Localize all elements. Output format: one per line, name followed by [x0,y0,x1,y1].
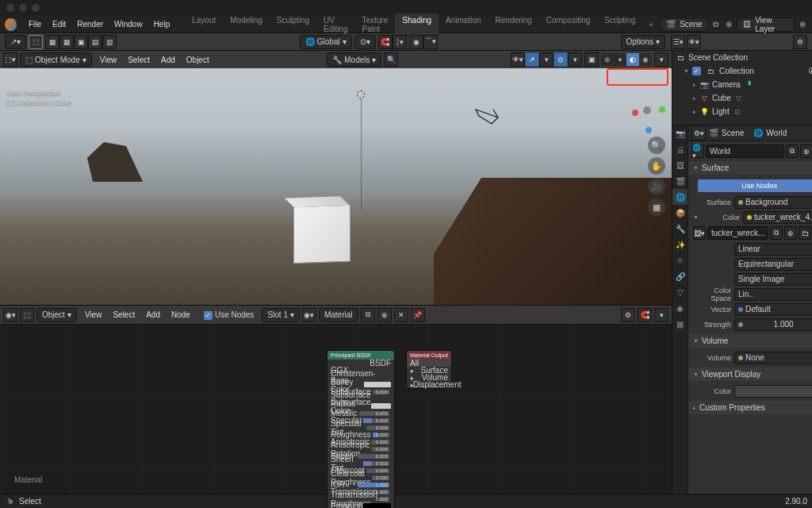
outliner-search-input[interactable] [703,35,766,49]
snap-5-icon[interactable]: ▥ [102,35,117,49]
workspace-tab-shading[interactable]: Shading [395,13,439,36]
persp-ortho-icon[interactable]: ▦ [648,198,665,216]
node-socket[interactable]: ◉ Displacement [407,381,451,388]
outliner-camera-row[interactable]: ▸📷Camera▝👁 [672,78,812,91]
cube-mesh[interactable] [293,205,350,264]
prop-editor-type-icon[interactable]: ⚙▾ [691,126,706,140]
data-tab-icon[interactable]: ▽ [672,284,688,300]
exclude-icon[interactable]: ⦿ [808,67,812,75]
workspace-tab-uv-editing[interactable]: UV Editing [316,13,355,36]
falloff-icon[interactable]: ⌒▾ [423,35,438,49]
gizmo-drop-icon[interactable]: ▾ [539,52,553,67]
solid-shading-icon[interactable]: ● [614,53,626,66]
light-gizmo-icon[interactable] [357,90,365,98]
scene-tab-icon[interactable]: 🎬 [672,173,688,189]
object-tab-icon[interactable]: 📦 [672,205,688,221]
world-pin-icon[interactable]: 🌐 [753,128,764,139]
surface-shader-field[interactable]: Background [734,196,812,209]
camera-view-icon[interactable]: 🎥 [648,178,665,195]
volume-panel-header[interactable]: ▼Volume [688,334,812,348]
material-name-field[interactable]: Material [319,308,358,322]
snap-3-icon[interactable]: ▣ [74,35,88,49]
zoom-icon[interactable]: 🔍 [648,137,665,154]
ne-snap-drop-icon[interactable]: ▾ [654,308,668,322]
scene-pin-icon[interactable]: 🎬 [708,128,719,139]
filter-models[interactable]: 🔧 Models ▾ [327,52,381,67]
snap-4-icon[interactable]: ▤ [88,35,102,49]
camera-gizmo-icon[interactable] [474,108,501,125]
snap-toggle-icon[interactable]: ▦ [45,35,59,49]
viewlayer-tab-icon[interactable]: 🖼 [672,157,688,173]
color-field[interactable]: tucker_wreck_4.. [743,211,812,224]
material-tab-icon[interactable]: ◉ [672,300,688,316]
3d-viewport[interactable]: ⬚▾ ⬚ Object Mode ▾ ViewSelectAddObject 🔧… [0,51,672,305]
overlay-toggle-icon[interactable]: ⊙ [553,52,568,67]
node-socket[interactable]: Emission [327,502,394,508]
node-editor-type-icon[interactable]: ◉▾ [3,308,17,322]
shader-node-editor[interactable]: ◉▾ ⬚ Object ▾ ViewSelectAddNode ✓Use Nod… [0,305,672,494]
tool-cursor-button[interactable]: ↗▾ [5,35,26,49]
mat-new-icon[interactable]: ⊕ [377,308,392,322]
menu-render[interactable]: Render [71,17,109,31]
scene-browse-icon[interactable]: ⧉ [711,19,721,30]
custom-props-panel-header[interactable]: ▸Custom Properties [688,401,812,414]
workspace-tab-animation[interactable]: Animation [439,13,488,36]
principled-bsdf-node[interactable]: Principled BSDF BSDF GGXChristensen-Burl… [327,350,395,508]
workspace-tab-rendering[interactable]: Rendering [488,13,539,36]
modifier-tab-icon[interactable]: 🔧 [672,221,688,237]
shader-object-mode[interactable]: Object ▾ [36,308,77,322]
mode-selector[interactable]: ⬚ Object Mode ▾ [20,52,92,67]
vp-menu-select[interactable]: Select [122,53,155,67]
use-nodes-button[interactable]: Use Nodes [698,179,812,192]
pan-icon[interactable]: ✋ [648,157,665,175]
source-field[interactable]: Single Image▾ [734,273,812,286]
ne-menu-select[interactable]: Select [107,308,140,321]
filter-icon[interactable]: ⚙ [793,35,807,49]
magnet-icon[interactable]: 🧲 [378,35,393,49]
vp-menu-object[interactable]: Object [181,53,215,67]
material-shading-icon[interactable]: ◐ [626,53,639,66]
projection-field[interactable]: Equirectangular▾ [734,258,812,271]
material-browse-icon[interactable]: ◉▾ [302,308,316,322]
use-nodes-checkbox[interactable]: ✓Use Nodes [198,308,259,322]
ne-menu-view[interactable]: View [79,308,108,321]
vp-menu-add[interactable]: Add [155,53,181,67]
traffic-lights[interactable] [6,4,40,12]
ne-menu-add[interactable]: Add [140,308,166,321]
colorspace-field[interactable]: Lin..▾ [734,288,812,301]
select-tool-icon[interactable]: ⬚ [29,35,43,49]
outliner-collection-row[interactable]: ▼✓🗀Collection⦿ 👁 [672,64,812,78]
workspace-tab-scripting[interactable]: Scripting [597,13,642,36]
editor-type-icon[interactable]: ⬚▾ [3,52,17,67]
orientation-selector[interactable]: 🌐 Global ▾ [300,35,352,49]
vector-field[interactable]: Default [734,303,812,316]
outliner-display-icon[interactable]: 👁▾ [687,35,701,49]
navigation-gizmo[interactable] [629,92,665,129]
viewlayer-selector[interactable]: 🖼View Layer [737,17,795,32]
world-users-icon[interactable]: ⧉ [786,144,799,158]
image-users-icon[interactable]: ⧉ [770,226,783,240]
snap-target-icon[interactable]: ╎▾ [393,35,407,49]
workspace-tab-layout[interactable]: Layout [185,13,223,36]
volume-field[interactable]: None [734,352,812,364]
image-name-field[interactable]: tucker_wreck... [707,226,768,240]
material-output-node[interactable]: Material Output All◉ Surface◉ Volume◉ Di… [406,350,452,389]
menu-help[interactable]: Help [148,17,176,31]
ne-snap-icon[interactable]: 🧲 [638,308,652,322]
add-workspace-button[interactable]: ＋ [642,17,660,33]
workspace-tab-compositing[interactable]: Compositing [539,13,598,36]
outliner-cube-row[interactable]: ▸▽Cube▽👁 [672,91,812,105]
slot-selector[interactable]: Slot 1 ▾ [262,308,300,322]
proportional-icon[interactable]: ◉ [409,35,423,49]
scene-selector[interactable]: 🎬Scene [660,17,707,32]
outliner-scene-row[interactable]: 🗀Scene Collection [672,51,812,64]
world-name-field[interactable]: World [706,144,784,158]
workspace-tab-sculpting[interactable]: Sculpting [270,13,316,36]
outliner-light-row[interactable]: ▸💡Light⊙👁 [672,105,812,118]
render-tab-icon[interactable]: 📷 [672,125,688,141]
outliner[interactable]: 🗀Scene Collection ▼✓🗀Collection⦿ 👁 ▸📷Cam… [672,51,812,125]
vp-menu-view[interactable]: View [94,53,123,67]
surface-panel-header[interactable]: ▼Surface [688,161,812,175]
menu-file[interactable]: File [23,17,47,31]
visibility-icon[interactable]: 👁▾ [511,52,525,67]
